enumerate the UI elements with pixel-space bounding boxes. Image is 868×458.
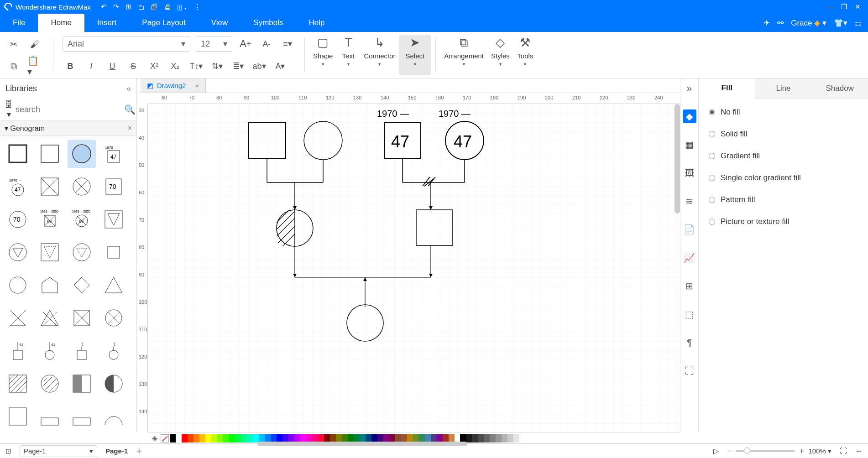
shape-female-70[interactable]: 70 xyxy=(4,205,32,234)
color-swatch[interactable] xyxy=(371,434,377,442)
color-swatch[interactable] xyxy=(259,434,265,442)
shape-triangle-in-square[interactable] xyxy=(99,205,128,234)
menu-help[interactable]: Help xyxy=(296,14,338,32)
color-swatch[interactable] xyxy=(449,434,455,442)
shape-diamond[interactable] xyxy=(68,271,96,299)
color-swatch[interactable] xyxy=(366,434,371,442)
color-swatch[interactable] xyxy=(294,434,300,442)
shape-x-square[interactable] xyxy=(4,304,32,332)
category-close-icon[interactable]: × xyxy=(128,124,132,132)
shape-small-square[interactable] xyxy=(99,238,128,266)
color-swatch[interactable] xyxy=(330,434,336,442)
color-swatch[interactable] xyxy=(318,434,324,442)
print-icon[interactable]: 🖶 xyxy=(164,3,171,11)
fill-option[interactable]: Solid fill xyxy=(709,130,858,139)
color-swatch[interactable] xyxy=(188,434,193,442)
add-page-icon[interactable]: + xyxy=(136,445,142,457)
select-tool[interactable]: ➤ Select ▾ xyxy=(399,35,431,75)
shape-deceased-female-aged[interactable]: 1938 —200568 xyxy=(68,205,96,234)
zoom-in-icon[interactable]: + xyxy=(800,447,804,455)
close-tab-icon[interactable]: × xyxy=(195,82,199,89)
collapse-left-icon[interactable]: « xyxy=(126,84,131,94)
page-select[interactable]: Page-1▾ xyxy=(20,445,97,457)
gray-swatch[interactable] xyxy=(460,434,466,442)
color-swatch[interactable] xyxy=(360,434,366,442)
rptab-line[interactable]: Line xyxy=(755,78,812,99)
undo-icon[interactable]: ↶ xyxy=(101,3,107,11)
gray-swatch[interactable] xyxy=(507,434,513,442)
library-menu-icon[interactable]: 🗄▾ xyxy=(5,100,13,120)
color-swatch[interactable] xyxy=(223,434,229,442)
search-icon[interactable]: 🔍 xyxy=(124,104,136,115)
shape-deceased-male-aged[interactable]: 1938 —200568 xyxy=(36,205,64,234)
shape-triangle-dashed-ci[interactable] xyxy=(68,238,96,266)
text-wrap-icon[interactable]: ab▾ xyxy=(251,58,267,74)
color-swatch[interactable] xyxy=(348,434,354,442)
color-swatch[interactable] xyxy=(235,434,241,442)
color-swatch[interactable] xyxy=(306,434,312,442)
zoom-value[interactable]: 100% ▾ xyxy=(808,447,831,455)
connector-tool[interactable]: ↳ Connector ▾ xyxy=(360,35,399,75)
page-tool-icon[interactable]: 📄 xyxy=(683,223,696,236)
shape-tool[interactable]: ▢ Shape ▾ xyxy=(309,35,336,75)
new-icon[interactable]: ⊞ xyxy=(125,3,131,11)
color-swatch[interactable] xyxy=(247,434,253,442)
subscript-icon[interactable]: X₂ xyxy=(167,58,183,74)
shape-hatched-circle[interactable] xyxy=(36,370,64,398)
fit-width-icon[interactable]: ↔ xyxy=(855,447,863,455)
color-swatch[interactable] xyxy=(241,434,247,442)
shape-pentagon[interactable] xyxy=(36,271,64,299)
shape-deceased-male[interactable] xyxy=(36,172,64,201)
tshirt-icon[interactable]: 👕▾ xyxy=(834,18,847,28)
gray-swatch[interactable] xyxy=(472,434,478,442)
image-tool-icon[interactable]: 🖼 xyxy=(683,166,696,180)
color-swatch[interactable] xyxy=(443,434,449,442)
minimize-icon[interactable]: — xyxy=(823,3,837,11)
gray-swatch[interactable] xyxy=(502,434,507,442)
layers-tool-icon[interactable]: ≋ xyxy=(683,194,696,208)
shape-square-part[interactable] xyxy=(4,402,32,431)
grid-tool-icon[interactable]: ▦ xyxy=(683,138,696,151)
shape-x-outline[interactable] xyxy=(68,304,96,332)
shape-stick-square2[interactable] xyxy=(68,337,96,365)
search-input[interactable] xyxy=(16,102,121,117)
styles-tool[interactable]: ◇ Styles ▾ xyxy=(487,35,513,75)
fill-option[interactable]: Gradient fill xyxy=(709,151,858,161)
italic-icon[interactable]: I xyxy=(84,58,99,74)
color-swatch[interactable] xyxy=(217,434,223,442)
shape-male-square[interactable] xyxy=(36,140,64,168)
color-swatch[interactable] xyxy=(419,434,425,442)
color-swatch[interactable] xyxy=(401,434,407,442)
distribute-tool-icon[interactable]: ⬚ xyxy=(683,307,696,321)
recent-icon[interactable]: 🗐 xyxy=(151,3,158,11)
fit-page-icon[interactable]: ⛶ xyxy=(840,447,847,455)
align-icon[interactable]: ≡▾ xyxy=(280,36,295,52)
font-color-icon[interactable]: A▾ xyxy=(272,58,288,74)
increase-font-icon[interactable]: A+ xyxy=(238,36,253,52)
shape-hatched-square[interactable] xyxy=(4,370,32,398)
color-swatch[interactable] xyxy=(229,434,235,442)
shape-female-circle-fill[interactable] xyxy=(68,140,96,168)
color-swatch[interactable] xyxy=(253,434,259,442)
close-icon[interactable]: ✕ xyxy=(851,3,864,11)
canvas-hscroll[interactable] xyxy=(148,442,679,447)
no-fill-swatch[interactable] xyxy=(161,434,169,442)
shape-male-square-thick[interactable] xyxy=(4,140,32,168)
color-swatch[interactable] xyxy=(271,434,277,442)
font-size-select[interactable]: 12▾ xyxy=(196,36,232,52)
zoom-slider[interactable] xyxy=(736,450,795,452)
fullscreen-tool-icon[interactable]: ⛶ xyxy=(683,364,696,378)
shape-female-aged[interactable]: 1970 —47 xyxy=(4,172,32,201)
color-swatch[interactable] xyxy=(383,434,389,442)
color-swatch[interactable] xyxy=(199,434,205,442)
decrease-font-icon[interactable]: A- xyxy=(259,36,274,52)
color-swatch[interactable] xyxy=(389,434,395,442)
color-swatch[interactable] xyxy=(176,434,182,442)
color-swatch[interactable] xyxy=(413,434,419,442)
color-swatch[interactable] xyxy=(312,434,318,442)
rptab-fill[interactable]: Fill xyxy=(699,78,755,99)
chart-tool-icon[interactable]: 📈 xyxy=(683,251,696,265)
color-swatch[interactable] xyxy=(205,434,211,442)
shape-triangle-dashed-sq[interactable] xyxy=(36,238,64,266)
color-swatch[interactable] xyxy=(277,434,282,442)
